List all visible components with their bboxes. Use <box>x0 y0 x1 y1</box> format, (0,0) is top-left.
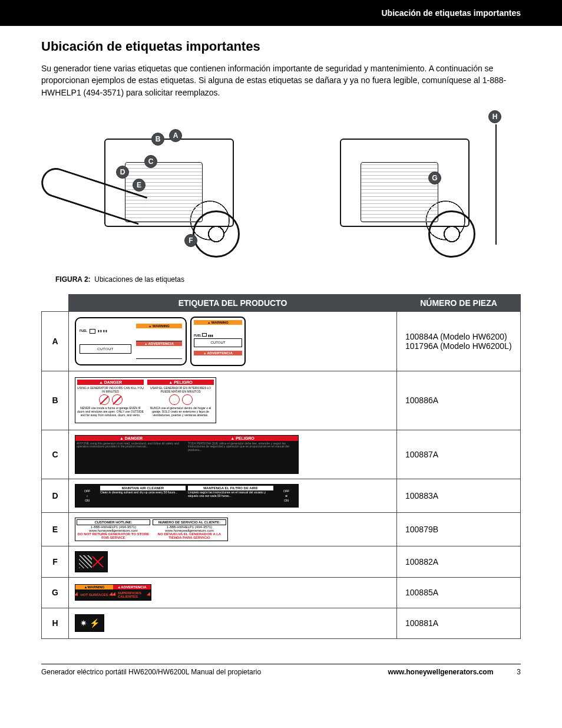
page-heading: Ubicación de etiquetas importantes <box>41 39 521 54</box>
row-part: 100885A <box>397 577 521 608</box>
figure-caption: FIGURA 2: Ubicaciones de las etiquetas <box>55 275 521 284</box>
row-letter: H <box>42 608 69 638</box>
label-cell-a: FUEL ▮ ▮ ▮ ▮ CUTOUT ▲ WARNING ▲ ADVERTEN… <box>69 311 397 371</box>
row-letter: D <box>42 479 69 512</box>
header-bar: Ubicación de etiquetas importantes <box>0 0 562 26</box>
footer-url: www.honeywellgenerators.com <box>388 668 493 676</box>
row-part: 100884A (Modelo HW6200) 101796A (Modelo … <box>397 311 521 371</box>
table-row: F 100882A <box>42 546 521 577</box>
callout-f: F <box>184 234 197 247</box>
footer: Generador eléctrico portátil HW6200/HW62… <box>41 664 521 688</box>
footer-left: Generador eléctrico portátil HW6200/HW62… <box>41 668 261 676</box>
label-a-small: ▲ WARNING FUEL ▮▮▮ CUTOUT ▲ ADVERTENCIA <box>190 317 246 366</box>
label-h: ✷ ⚡ <box>75 614 104 632</box>
figure-row: A B C D E F G H <box>41 109 521 268</box>
table-row: G ▲WARNINGHOT SURFACES ▲ADVERTENCIASUPER… <box>42 577 521 608</box>
label-cell-h: ✷ ⚡ <box>69 608 397 638</box>
figure-label: FIGURA 2: <box>55 275 91 284</box>
callout-e: E <box>133 179 146 192</box>
figure-right: G H <box>293 109 505 268</box>
row-part: 100879B <box>397 512 521 546</box>
label-c: ▲ DANGERANYONE using this generator must… <box>75 435 299 474</box>
parts-table: ETIQUETA DEL PRODUCTO NÚMERO DE PIEZA A … <box>41 294 521 639</box>
label-cell-c: ▲ DANGERANYONE using this generator must… <box>69 430 397 479</box>
callout-d: D <box>116 166 129 179</box>
row-letter: C <box>42 430 69 479</box>
row-part: 100886A <box>397 371 521 430</box>
callout-c: C <box>144 155 157 168</box>
callout-h: H <box>488 110 501 123</box>
th-product: ETIQUETA DEL PRODUCTO <box>69 294 397 311</box>
label-b: ▲ DANGER USING A GENERATOR INDOORS CAN K… <box>75 377 216 423</box>
table-corner <box>42 294 69 311</box>
row-part: 100887A <box>397 430 521 479</box>
row-part: 100881A <box>397 608 521 638</box>
table-row: H ✷ ⚡ 100881A <box>42 608 521 638</box>
callout-a: A <box>169 129 182 142</box>
row-letter: A <box>42 311 69 371</box>
table-row: D OFF↕ON MAINTAIN AIR CLEANERClean in cl… <box>42 479 521 512</box>
row-letter: E <box>42 512 69 546</box>
label-cell-e: CUSTOMER HOTLINE: 1-888-HWHELP1 (494-357… <box>69 512 397 546</box>
figure-left: A B C D E F <box>57 109 269 268</box>
row-letter: G <box>42 577 69 608</box>
label-cell-d: OFF↕ON MAINTAIN AIR CLEANERClean in clea… <box>69 479 397 512</box>
label-a-large: FUEL ▮ ▮ ▮ ▮ CUTOUT ▲ WARNING ▲ ADVERTEN… <box>75 317 187 365</box>
table-row: E CUSTOMER HOTLINE: 1-888-HWHELP1 (494-3… <box>42 512 521 546</box>
label-cell-f <box>69 546 397 577</box>
table-row: C ▲ DANGERANYONE using this generator mu… <box>42 430 521 479</box>
callout-g: G <box>428 172 441 185</box>
table-row: A FUEL ▮ ▮ ▮ ▮ CUTOUT ▲ WARNING ▲ ADVERT <box>42 311 521 371</box>
label-d: OFF↕ON MAINTAIN AIR CLEANERClean in clea… <box>75 484 299 508</box>
th-part: NÚMERO DE PIEZA <box>397 294 521 311</box>
table-row: B ▲ DANGER USING A GENERATOR INDOORS CAN… <box>42 371 521 430</box>
label-f <box>75 551 108 572</box>
label-cell-b: ▲ DANGER USING A GENERATOR INDOORS CAN K… <box>69 371 397 430</box>
row-letter: B <box>42 371 69 430</box>
callout-b: B <box>151 133 164 146</box>
label-e: CUSTOMER HOTLINE: 1-888-HWHELP1 (494-357… <box>75 518 228 541</box>
row-letter: F <box>42 546 69 577</box>
footer-page: 3 <box>517 668 521 676</box>
header-title: Ubicación de etiquetas importantes <box>382 8 521 18</box>
label-cell-g: ▲WARNINGHOT SURFACES ▲ADVERTENCIASUPERFI… <box>69 577 397 608</box>
label-g: ▲WARNINGHOT SURFACES ▲ADVERTENCIASUPERFI… <box>75 584 151 601</box>
intro-paragraph: Su generador tiene varias etiquetas que … <box>41 62 521 98</box>
figure-caption-text: Ubicaciones de las etiquetas <box>94 275 184 284</box>
row-part: 100882A <box>397 546 521 577</box>
row-part: 100883A <box>397 479 521 512</box>
